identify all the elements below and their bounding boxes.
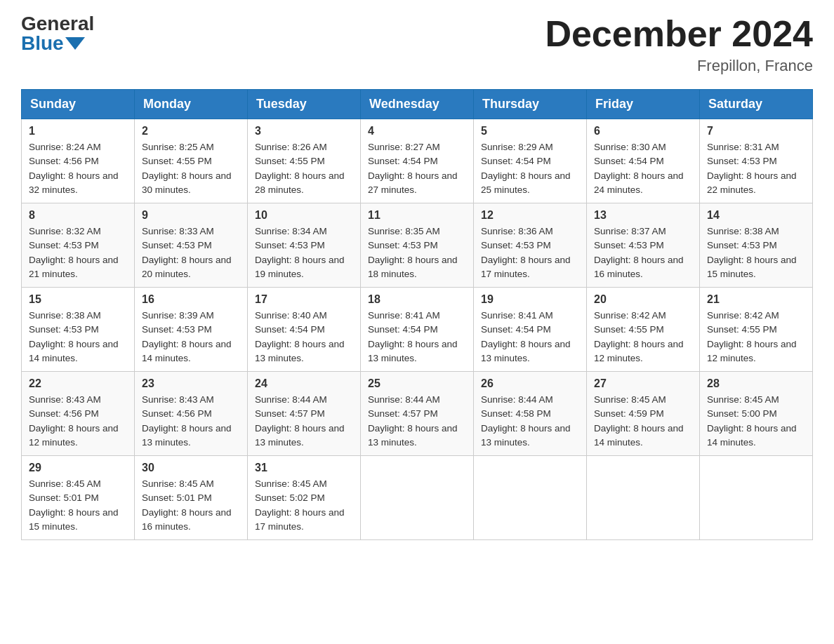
day-number: 31	[255, 462, 353, 474]
daylight-label: Daylight: 8 hours and 21 minutes.	[29, 255, 119, 279]
day-info: Sunrise: 8:45 AM Sunset: 5:01 PM Dayligh…	[142, 477, 240, 534]
sunset-label: Sunset: 4:53 PM	[142, 324, 212, 335]
day-info: Sunrise: 8:36 AM Sunset: 4:53 PM Dayligh…	[481, 224, 579, 281]
sunrise-label: Sunrise: 8:45 AM	[594, 394, 666, 405]
sunrise-label: Sunrise: 8:41 AM	[481, 310, 553, 321]
daylight-label: Daylight: 8 hours and 32 minutes.	[29, 170, 119, 195]
daylight-label: Daylight: 8 hours and 13 minutes.	[481, 339, 571, 363]
day-info: Sunrise: 8:44 AM Sunset: 4:57 PM Dayligh…	[368, 393, 466, 450]
daylight-label: Daylight: 8 hours and 19 minutes.	[255, 255, 345, 279]
calendar-week-row: 1 Sunrise: 8:24 AM Sunset: 4:56 PM Dayli…	[22, 119, 813, 203]
table-row: 1 Sunrise: 8:24 AM Sunset: 4:56 PM Dayli…	[22, 119, 135, 203]
sunset-label: Sunset: 4:56 PM	[142, 408, 212, 419]
sunset-label: Sunset: 4:53 PM	[142, 240, 212, 250]
table-row: 3 Sunrise: 8:26 AM Sunset: 4:55 PM Dayli…	[248, 119, 361, 203]
day-number: 26	[481, 377, 579, 390]
day-info: Sunrise: 8:44 AM Sunset: 4:57 PM Dayligh…	[255, 393, 353, 450]
table-row	[361, 456, 474, 540]
day-info: Sunrise: 8:44 AM Sunset: 4:58 PM Dayligh…	[481, 393, 579, 450]
table-row: 2 Sunrise: 8:25 AM Sunset: 4:55 PM Dayli…	[135, 119, 248, 203]
day-number: 28	[707, 377, 805, 390]
daylight-label: Daylight: 8 hours and 18 minutes.	[368, 255, 458, 279]
calendar-table: Sunday Monday Tuesday Wednesday Thursday…	[21, 89, 813, 540]
sunset-label: Sunset: 4:53 PM	[368, 240, 438, 250]
daylight-label: Daylight: 8 hours and 27 minutes.	[368, 170, 458, 195]
day-info: Sunrise: 8:45 AM Sunset: 5:00 PM Dayligh…	[707, 393, 805, 450]
table-row: 11 Sunrise: 8:35 AM Sunset: 4:53 PM Dayl…	[361, 203, 474, 288]
day-info: Sunrise: 8:41 AM Sunset: 4:54 PM Dayligh…	[368, 309, 466, 365]
daylight-label: Daylight: 8 hours and 12 minutes.	[707, 339, 797, 363]
sunset-label: Sunset: 4:56 PM	[29, 156, 99, 166]
day-info: Sunrise: 8:27 AM Sunset: 4:54 PM Dayligh…	[368, 140, 466, 197]
daylight-label: Daylight: 8 hours and 14 minutes.	[29, 339, 119, 363]
daylight-label: Daylight: 8 hours and 20 minutes.	[142, 255, 232, 279]
sunset-label: Sunset: 4:54 PM	[481, 324, 551, 335]
daylight-label: Daylight: 8 hours and 28 minutes.	[255, 170, 345, 195]
header-tuesday: Tuesday	[248, 90, 361, 119]
calendar-week-row: 22 Sunrise: 8:43 AM Sunset: 4:56 PM Dayl…	[22, 372, 813, 456]
day-number: 8	[29, 209, 127, 222]
header-saturday: Saturday	[700, 90, 813, 119]
sunrise-label: Sunrise: 8:25 AM	[142, 142, 214, 152]
daylight-label: Daylight: 8 hours and 30 minutes.	[142, 170, 232, 195]
day-info: Sunrise: 8:43 AM Sunset: 4:56 PM Dayligh…	[29, 393, 127, 450]
day-info: Sunrise: 8:29 AM Sunset: 4:54 PM Dayligh…	[481, 140, 579, 197]
sunset-label: Sunset: 4:53 PM	[481, 240, 551, 250]
day-info: Sunrise: 8:41 AM Sunset: 4:54 PM Dayligh…	[481, 309, 579, 365]
calendar-week-row: 15 Sunrise: 8:38 AM Sunset: 4:53 PM Dayl…	[22, 288, 813, 372]
table-row: 9 Sunrise: 8:33 AM Sunset: 4:53 PM Dayli…	[135, 203, 248, 288]
sunrise-label: Sunrise: 8:38 AM	[29, 310, 101, 321]
day-number: 2	[142, 125, 240, 137]
sunset-label: Sunset: 4:55 PM	[707, 324, 777, 335]
sunrise-label: Sunrise: 8:32 AM	[29, 226, 101, 236]
day-number: 6	[594, 125, 692, 137]
table-row: 20 Sunrise: 8:42 AM Sunset: 4:55 PM Dayl…	[587, 288, 700, 372]
sunrise-label: Sunrise: 8:33 AM	[142, 226, 214, 236]
sunset-label: Sunset: 5:02 PM	[255, 492, 325, 503]
sunset-label: Sunset: 4:55 PM	[594, 324, 664, 335]
sunrise-label: Sunrise: 8:35 AM	[368, 226, 440, 236]
sunset-label: Sunset: 4:55 PM	[142, 156, 212, 166]
weekday-header-row: Sunday Monday Tuesday Wednesday Thursday…	[22, 90, 813, 119]
daylight-label: Daylight: 8 hours and 24 minutes.	[594, 170, 684, 195]
sunrise-label: Sunrise: 8:36 AM	[481, 226, 553, 236]
sunrise-label: Sunrise: 8:31 AM	[707, 142, 779, 152]
day-number: 20	[594, 293, 692, 306]
daylight-label: Daylight: 8 hours and 14 minutes.	[142, 339, 232, 363]
logo-arrow-icon	[65, 37, 85, 50]
sunrise-label: Sunrise: 8:44 AM	[481, 394, 553, 405]
day-number: 30	[142, 462, 240, 474]
day-info: Sunrise: 8:24 AM Sunset: 4:56 PM Dayligh…	[29, 140, 127, 197]
sunrise-label: Sunrise: 8:43 AM	[142, 394, 214, 405]
sunset-label: Sunset: 4:57 PM	[255, 408, 325, 419]
day-info: Sunrise: 8:42 AM Sunset: 4:55 PM Dayligh…	[707, 309, 805, 365]
sunrise-label: Sunrise: 8:42 AM	[707, 310, 779, 321]
table-row: 29 Sunrise: 8:45 AM Sunset: 5:01 PM Dayl…	[22, 456, 135, 540]
sunset-label: Sunset: 5:01 PM	[29, 492, 99, 503]
table-row: 30 Sunrise: 8:45 AM Sunset: 5:01 PM Dayl…	[135, 456, 248, 540]
calendar-week-row: 29 Sunrise: 8:45 AM Sunset: 5:01 PM Dayl…	[22, 456, 813, 540]
day-number: 27	[594, 377, 692, 390]
table-row: 26 Sunrise: 8:44 AM Sunset: 4:58 PM Dayl…	[474, 372, 587, 456]
sunset-label: Sunset: 4:53 PM	[255, 240, 325, 250]
day-number: 11	[368, 209, 466, 222]
header-monday: Monday	[135, 90, 248, 119]
daylight-label: Daylight: 8 hours and 13 minutes.	[368, 339, 458, 363]
sunset-label: Sunset: 4:53 PM	[707, 240, 777, 250]
table-row: 4 Sunrise: 8:27 AM Sunset: 4:54 PM Dayli…	[361, 119, 474, 203]
day-info: Sunrise: 8:45 AM Sunset: 5:01 PM Dayligh…	[29, 477, 127, 534]
header-thursday: Thursday	[474, 90, 587, 119]
location-subtitle: Frepillon, France	[545, 57, 813, 75]
daylight-label: Daylight: 8 hours and 17 minutes.	[481, 255, 571, 279]
daylight-label: Daylight: 8 hours and 14 minutes.	[707, 423, 797, 448]
day-number: 29	[29, 462, 127, 474]
table-row: 15 Sunrise: 8:38 AM Sunset: 4:53 PM Dayl…	[22, 288, 135, 372]
sunrise-label: Sunrise: 8:45 AM	[29, 478, 101, 489]
sunrise-label: Sunrise: 8:29 AM	[481, 142, 553, 152]
sunrise-label: Sunrise: 8:24 AM	[29, 142, 101, 152]
sunrise-label: Sunrise: 8:26 AM	[255, 142, 327, 152]
table-row: 19 Sunrise: 8:41 AM Sunset: 4:54 PM Dayl…	[474, 288, 587, 372]
sunrise-label: Sunrise: 8:45 AM	[707, 394, 779, 405]
day-info: Sunrise: 8:25 AM Sunset: 4:55 PM Dayligh…	[142, 140, 240, 197]
sunrise-label: Sunrise: 8:40 AM	[255, 310, 327, 321]
